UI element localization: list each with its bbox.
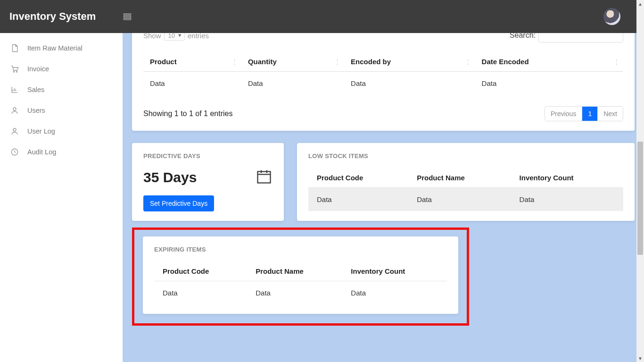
svg-rect-1 xyxy=(124,16,131,17)
svg-rect-8 xyxy=(258,172,271,183)
scrollbar-thumb[interactable] xyxy=(637,142,643,255)
svg-point-4 xyxy=(16,71,17,72)
col-inventory-count: Inventory Count xyxy=(511,168,623,188)
svg-point-6 xyxy=(13,128,16,131)
svg-point-5 xyxy=(13,108,16,110)
calendar-icon xyxy=(256,168,272,187)
col-label: Product xyxy=(150,58,177,66)
scroll-up-button[interactable]: ▲ xyxy=(636,0,644,8)
main-content: Show 10 entries Search: Product↑↓ Quanti… xyxy=(123,33,644,362)
sidebar-item-users[interactable]: Users xyxy=(0,100,123,121)
col-product-code: Product Code xyxy=(308,168,408,188)
col-label: Quantity xyxy=(248,58,277,66)
inventory-table: Product↑↓ Quantity↑↓ Encoded by↑↓ Date E… xyxy=(143,52,623,95)
svg-point-3 xyxy=(13,71,14,72)
cell: Data xyxy=(308,188,408,211)
cell: Data xyxy=(475,72,623,95)
table-header-row: Product Code Product Name Inventory Coun… xyxy=(308,168,623,188)
clock-icon xyxy=(10,148,19,156)
page-prev-button[interactable]: Previous xyxy=(545,107,582,121)
table-header-row: Product↑↓ Quantity↑↓ Encoded by↑↓ Date E… xyxy=(143,52,623,72)
menu-toggle-button[interactable] xyxy=(123,12,132,21)
sidebar-item-label: Audit Log xyxy=(27,148,56,156)
datatable-footer: Showing 1 to 1 of 1 entries Previous 1 N… xyxy=(143,106,623,121)
sort-icon: ↑↓ xyxy=(336,59,339,65)
cart-icon xyxy=(10,65,19,73)
sidebar-item-label: Invoice xyxy=(27,65,49,73)
page-number-button[interactable]: 1 xyxy=(582,107,597,121)
mid-row: PREDICTIVE DAYS 35 Days Set Predictive D… xyxy=(132,143,635,221)
col-product-name: Product Name xyxy=(408,168,511,188)
cell: Data xyxy=(408,188,511,211)
svg-rect-0 xyxy=(124,14,131,15)
sidebar-item-audit-log[interactable]: Audit Log xyxy=(0,142,123,162)
chart-icon xyxy=(10,85,19,94)
sidebar: Item Raw Material Invoice Sales Users Us… xyxy=(0,33,123,362)
table-info: Showing 1 to 1 of 1 entries xyxy=(143,109,232,118)
expiring-items-card: EXPIRING ITEMS Product Code Product Name… xyxy=(143,236,458,314)
table-header-row: Product Code Product Name Inventory Coun… xyxy=(154,261,447,281)
cell: Data xyxy=(154,281,247,305)
sort-icon: ↑↓ xyxy=(233,59,236,65)
sidebar-item-label: Sales xyxy=(27,86,44,93)
sidebar-item-label: Users xyxy=(27,107,45,114)
table-row: Data Data Data xyxy=(308,188,623,211)
table-row: Data Data Data xyxy=(154,281,447,305)
cell: Data xyxy=(511,188,623,211)
sort-icon: ↑↓ xyxy=(615,59,618,65)
sidebar-item-invoice[interactable]: Invoice xyxy=(0,59,123,79)
sort-icon: ↑↓ xyxy=(467,59,470,65)
expiring-table: Product Code Product Name Inventory Coun… xyxy=(154,261,447,304)
col-label: Encoded by xyxy=(351,58,391,66)
set-predictive-days-button[interactable]: Set Predictive Days xyxy=(143,195,214,211)
cell: Data xyxy=(342,281,447,305)
low-stock-table: Product Code Product Name Inventory Coun… xyxy=(308,168,623,211)
scroll-down-button[interactable]: ▼ xyxy=(636,354,644,362)
sidebar-item-label: User Log xyxy=(27,127,55,135)
cell: Data xyxy=(241,72,344,95)
col-label: Date Encoded xyxy=(482,58,529,66)
predictive-days-card: PREDICTIVE DAYS 35 Days Set Predictive D… xyxy=(132,143,284,221)
cell: Data xyxy=(143,72,241,95)
expiring-title: EXPIRING ITEMS xyxy=(154,246,447,253)
sidebar-item-user-log[interactable]: User Log xyxy=(0,121,123,142)
sidebar-item-raw-material[interactable]: Item Raw Material xyxy=(0,38,123,59)
col-encoded-by[interactable]: Encoded by↑↓ xyxy=(344,52,475,72)
col-product-code: Product Code xyxy=(154,261,247,281)
table-row: Data Data Data Data xyxy=(143,72,623,95)
sidebar-item-sales[interactable]: Sales xyxy=(0,79,123,100)
file-icon xyxy=(10,44,19,52)
menu-icon xyxy=(123,12,132,21)
expiring-highlight-box: EXPIRING ITEMS Product Code Product Name… xyxy=(132,227,469,326)
predictive-card-title: PREDICTIVE DAYS xyxy=(143,152,272,160)
cell: Data xyxy=(247,281,342,305)
low-stock-title: LOW STOCK ITEMS xyxy=(308,152,623,160)
col-date-encoded[interactable]: Date Encoded↑↓ xyxy=(475,52,623,72)
svg-rect-2 xyxy=(124,18,131,19)
col-quantity[interactable]: Quantity↑↓ xyxy=(241,52,344,72)
cell: Data xyxy=(344,72,475,95)
col-inventory-count: Inventory Count xyxy=(342,261,447,281)
sidebar-item-label: Item Raw Material xyxy=(27,44,83,52)
avatar[interactable] xyxy=(603,8,620,25)
predictive-row: 35 Days xyxy=(143,168,272,187)
pagination: Previous 1 Next xyxy=(545,106,623,121)
app-title: Inventory System xyxy=(9,10,123,23)
predictive-value: 35 Days xyxy=(143,169,197,185)
low-stock-card: LOW STOCK ITEMS Product Code Product Nam… xyxy=(297,143,635,221)
user-icon xyxy=(10,106,19,115)
col-product[interactable]: Product↑↓ xyxy=(143,52,241,72)
col-product-name: Product Name xyxy=(247,261,342,281)
scrollbar[interactable]: ▲ ▼ xyxy=(636,0,644,362)
inventory-table-card: Show 10 entries Search: Product↑↓ Quanti… xyxy=(132,21,635,131)
user-icon xyxy=(10,127,19,135)
topbar: Inventory System xyxy=(0,0,644,33)
page-next-button[interactable]: Next xyxy=(597,107,623,121)
